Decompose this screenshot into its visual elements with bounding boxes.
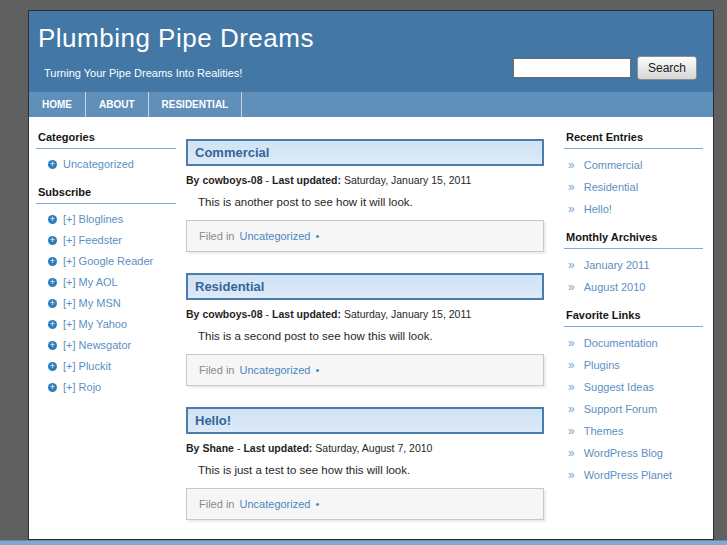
filed-category-link[interactable]: Uncategorized <box>240 230 311 242</box>
subscribe-link[interactable]: [+] Rojo <box>63 381 101 393</box>
post-body: This is another post to see how it will … <box>198 196 544 208</box>
list-item: +[+] My MSN <box>48 297 176 309</box>
filed-in-box: Filed in Uncategorized • <box>186 220 544 252</box>
subscribe-link[interactable]: [+] My Yahoo <box>63 318 127 330</box>
post-title-box: Residential <box>186 273 544 300</box>
subscribe-link[interactable]: [+] Pluckit <box>63 360 111 372</box>
recent-entry-link[interactable]: Residential <box>584 181 638 193</box>
bullet-icon: • <box>316 230 320 242</box>
list-item: +[+] Bloglines <box>48 213 176 225</box>
subscribe-link[interactable]: [+] My AOL <box>63 276 118 288</box>
post: Commercial Bycowboys-08-Last updated:Sat… <box>186 139 544 252</box>
list-item: +[+] My Yahoo <box>48 318 176 330</box>
main-nav: HOME ABOUT RESIDENTIAL <box>29 92 713 117</box>
subscribe-link[interactable]: [+] Newsgator <box>63 339 131 351</box>
subscribe-link[interactable]: [+] My MSN <box>63 297 121 309</box>
meta-dash: - <box>237 442 241 454</box>
post-date: Saturday, August 7, 2010 <box>315 442 432 454</box>
categories-list: + Uncategorized <box>36 158 176 170</box>
site-header: Plumbing Pipe Dreams Turning Your Pipe D… <box>29 11 713 92</box>
subscribe-link[interactable]: [+] Google Reader <box>63 255 153 267</box>
post-title-link[interactable]: Hello! <box>195 413 535 428</box>
monthly-archives-list: »January 2011 »August 2010 <box>564 259 703 293</box>
list-item: »WordPress Blog <box>568 447 703 459</box>
list-item: +[+] Google Reader <box>48 255 176 267</box>
page: Plumbing Pipe Dreams Turning Your Pipe D… <box>28 10 714 540</box>
nav-item-residential[interactable]: RESIDENTIAL <box>149 92 243 117</box>
chevron-right-icon: » <box>568 360 575 371</box>
favorite-link[interactable]: Support Forum <box>584 403 657 415</box>
archive-link[interactable]: January 2011 <box>584 259 650 271</box>
category-link[interactable]: Uncategorized <box>63 158 134 170</box>
bullet-icon: • <box>316 364 320 376</box>
list-item: +[+] Rojo <box>48 381 176 393</box>
list-item: +[+] My AOL <box>48 276 176 288</box>
subscribe-link[interactable]: [+] Bloglines <box>63 213 123 225</box>
favorite-links-list: »Documentation »Plugins »Suggest Ideas »… <box>564 337 703 481</box>
search-input[interactable] <box>513 58 631 78</box>
favorite-link[interactable]: Documentation <box>584 337 658 349</box>
favorite-link[interactable]: Plugins <box>584 359 620 371</box>
favorite-link[interactable]: WordPress Blog <box>584 447 663 459</box>
sidebar-heading-categories: Categories <box>36 131 176 149</box>
filed-category-link[interactable]: Uncategorized <box>240 364 311 376</box>
bullet-icon: • <box>316 498 320 510</box>
post-meta: Bycowboys-08-Last updated:Saturday, Janu… <box>186 174 544 186</box>
bottom-footer-bar <box>0 540 727 545</box>
plus-circle-icon: + <box>48 215 57 224</box>
post-date: Saturday, January 15, 2011 <box>344 174 471 186</box>
post-body: This is just a test to see how this will… <box>198 464 544 476</box>
recent-entries-list: »Commercial »Residential »Hello! <box>564 159 703 215</box>
filed-label: Filed in <box>199 230 234 242</box>
favorite-link[interactable]: Themes <box>584 425 624 437</box>
subscribe-link[interactable]: [+] Feedster <box>63 234 122 246</box>
by-label: By <box>186 174 199 186</box>
plus-circle-icon: + <box>48 299 57 308</box>
left-sidebar: Categories + Uncategorized Subscribe +[+… <box>29 117 186 541</box>
favorite-link[interactable]: Suggest Ideas <box>584 381 654 393</box>
chevron-right-icon: » <box>568 260 575 271</box>
plus-circle-icon: + <box>48 236 57 245</box>
plus-circle-icon: + <box>48 383 57 392</box>
list-item: +[+] Newsgator <box>48 339 176 351</box>
favorite-link[interactable]: WordPress Planet <box>584 469 672 481</box>
list-item: +[+] Feedster <box>48 234 176 246</box>
post-title-box: Commercial <box>186 139 544 166</box>
post-title-box: Hello! <box>186 407 544 434</box>
recent-entry-link[interactable]: Hello! <box>584 203 612 215</box>
nav-item-home[interactable]: HOME <box>29 92 86 117</box>
list-item: »Commercial <box>568 159 703 171</box>
plus-circle-icon: + <box>48 160 57 169</box>
nav-item-about[interactable]: ABOUT <box>86 92 149 117</box>
list-item: »January 2011 <box>568 259 703 271</box>
plus-circle-icon: + <box>48 362 57 371</box>
updated-label: Last updated: <box>243 442 312 454</box>
chevron-right-icon: » <box>568 448 575 459</box>
chevron-right-icon: » <box>568 338 575 349</box>
post-title-link[interactable]: Commercial <box>195 145 535 160</box>
recent-entry-link[interactable]: Commercial <box>584 159 643 171</box>
post-author: cowboys-08 <box>202 308 262 320</box>
site-title[interactable]: Plumbing Pipe Dreams <box>38 23 314 54</box>
plus-circle-icon: + <box>48 257 57 266</box>
post-title-link[interactable]: Residential <box>195 279 535 294</box>
meta-dash: - <box>266 308 270 320</box>
chevron-right-icon: » <box>568 404 575 415</box>
filed-label: Filed in <box>199 364 234 376</box>
search-button[interactable]: Search <box>637 56 697 80</box>
filed-label: Filed in <box>199 498 234 510</box>
archive-link[interactable]: August 2010 <box>584 281 646 293</box>
right-sidebar: Recent Entries »Commercial »Residential … <box>544 117 713 541</box>
post-meta: ByShane-Last updated:Saturday, August 7,… <box>186 442 544 454</box>
meta-dash: - <box>266 174 270 186</box>
filed-category-link[interactable]: Uncategorized <box>240 498 311 510</box>
search-area: Search <box>513 56 697 80</box>
list-item: + Uncategorized <box>48 158 176 170</box>
subscribe-list: +[+] Bloglines +[+] Feedster +[+] Google… <box>36 213 176 393</box>
sidebar-heading-recent-entries: Recent Entries <box>564 131 703 149</box>
list-item: +[+] Pluckit <box>48 360 176 372</box>
chevron-right-icon: » <box>568 426 575 437</box>
list-item: »Suggest Ideas <box>568 381 703 393</box>
list-item: »Residential <box>568 181 703 193</box>
list-item: »Documentation <box>568 337 703 349</box>
